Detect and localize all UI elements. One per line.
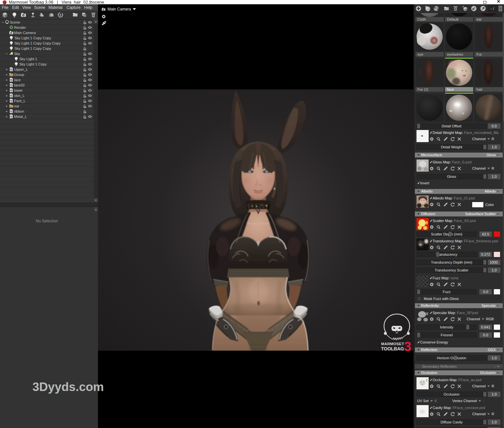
svg-text:TOOLBAG: TOOLBAG bbox=[381, 346, 404, 351]
svg-text:MARMOSET: MARMOSET bbox=[381, 342, 404, 346]
svg-text:3: 3 bbox=[404, 339, 411, 353]
